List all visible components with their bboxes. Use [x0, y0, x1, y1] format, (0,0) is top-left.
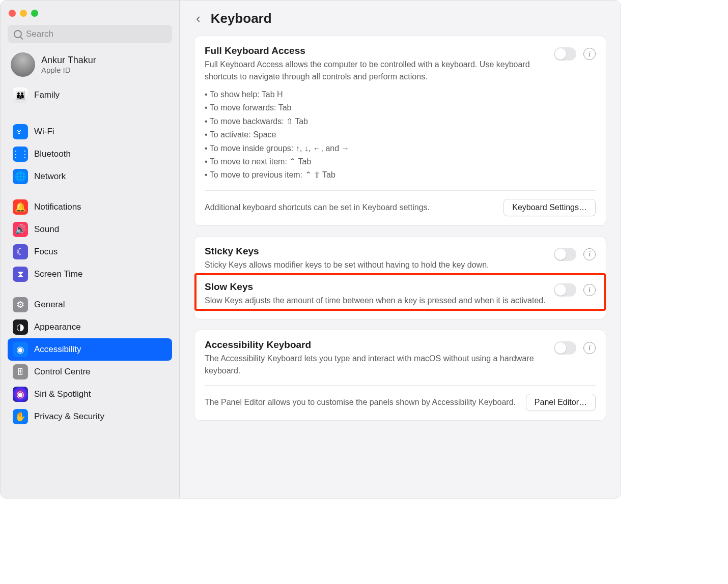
- sidebar-item-label: Focus: [34, 247, 58, 257]
- keyboard-settings-button[interactable]: Keyboard Settings…: [503, 199, 596, 216]
- full-keyboard-access-card: Full Keyboard Access Full Keyboard Acces…: [194, 36, 606, 226]
- focus-icon: ☾: [13, 244, 28, 259]
- sticky-keys-desc: Sticky Keys allows modifier keys to be s…: [205, 259, 547, 271]
- shortcut-item: To move backwards: ⇧ Tab: [205, 115, 547, 128]
- search-icon: [14, 30, 22, 38]
- network-icon: 🌐: [13, 169, 28, 184]
- sidebar-item-label: Siri & Spotlight: [34, 389, 91, 399]
- page-title: Keyboard: [211, 11, 272, 26]
- content-pane: ‹ Keyboard Full Keyboard Access Full Key…: [180, 1, 621, 498]
- minimize-window-button[interactable]: [20, 10, 27, 17]
- siri-icon: ◉: [13, 387, 28, 402]
- info-icon[interactable]: i: [583, 248, 596, 260]
- sidebar-item-label: Wi-Fi: [34, 127, 54, 137]
- wifi-icon: ᯤ: [13, 124, 28, 139]
- info-icon[interactable]: i: [583, 342, 596, 354]
- slow-keys-section: Slow Keys Slow Keys adjusts the amount o…: [195, 274, 605, 310]
- sidebar-item-screentime[interactable]: ⧗Screen Time: [8, 263, 172, 285]
- search-field[interactable]: [8, 25, 172, 43]
- sidebar-item-label: Network: [34, 171, 66, 182]
- sidebar-item-label: Bluetooth: [34, 149, 71, 159]
- shortcut-item: To move inside groups: ↑, ↓, ←, and →: [205, 142, 547, 155]
- appearance-icon: ◑: [13, 319, 28, 335]
- info-icon[interactable]: i: [583, 284, 596, 296]
- keyboard-settings-hint: Additional keyboard shortcuts can be set…: [205, 201, 496, 214]
- full-keyboard-access-shortcuts: To show help: Tab HTo move forwards: Tab…: [205, 88, 547, 182]
- sidebar-item-label: Privacy & Security: [34, 412, 104, 422]
- sidebar-item-label: Accessibility: [34, 344, 81, 355]
- info-icon[interactable]: i: [583, 48, 596, 60]
- account-sub: Apple ID: [41, 66, 96, 74]
- sidebar-item-label: Notifications: [34, 202, 81, 212]
- sidebar: Ankur Thakur Apple ID 👪 Family ᯤWi-Fi⋮⋮B…: [1, 1, 180, 498]
- general-icon: ⚙: [13, 297, 28, 312]
- avatar: [11, 52, 35, 77]
- sidebar-item-general[interactable]: ⚙General: [8, 294, 172, 316]
- sidebar-item-accessibility[interactable]: ◉Accessibility: [8, 338, 172, 361]
- shortcut-item: To move to previous item: ⌃ ⇧ Tab: [205, 168, 547, 182]
- bluetooth-icon: ⋮⋮: [13, 147, 28, 162]
- screentime-icon: ⧗: [13, 267, 28, 282]
- panel-editor-button[interactable]: Panel Editor…: [526, 394, 596, 411]
- sidebar-item-family[interactable]: 👪 Family: [8, 84, 172, 106]
- fullscreen-window-button[interactable]: [31, 10, 38, 17]
- slow-keys-title: Slow Keys: [205, 281, 547, 293]
- accessibility-icon: ◉: [13, 342, 28, 357]
- accessibility-keyboard-desc: The Accessibility Keyboard lets you type…: [205, 353, 547, 377]
- sidebar-item-controlcentre[interactable]: 🎚Control Centre: [8, 361, 172, 383]
- sidebar-item-focus[interactable]: ☾Focus: [8, 241, 172, 263]
- sound-icon: 🔊: [13, 222, 28, 237]
- apple-id-account[interactable]: Ankur Thakur Apple ID: [8, 46, 172, 81]
- content-header: ‹ Keyboard: [194, 11, 606, 36]
- panel-editor-hint: The Panel Editor allows you to customise…: [205, 396, 519, 408]
- search-input[interactable]: [26, 29, 166, 39]
- window-controls: [8, 8, 172, 22]
- slow-keys-desc: Slow Keys adjusts the amount of time bet…: [205, 295, 547, 307]
- sidebar-item-label: General: [34, 300, 65, 310]
- notifications-icon: 🔔: [13, 199, 28, 215]
- controlcentre-icon: 🎚: [13, 364, 28, 379]
- privacy-icon: ✋: [13, 409, 28, 424]
- accessibility-keyboard-card: Accessibility Keyboard The Accessibility…: [194, 330, 606, 421]
- sidebar-item-label: Control Centre: [34, 367, 91, 377]
- back-button[interactable]: ‹: [194, 11, 203, 26]
- slow-keys-toggle[interactable]: [554, 283, 576, 297]
- sticky-keys-toggle[interactable]: [554, 248, 576, 261]
- shortcut-item: To move forwards: Tab: [205, 101, 547, 114]
- keys-card: Sticky Keys Sticky Keys allows modifier …: [194, 236, 606, 319]
- sidebar-item-bluetooth[interactable]: ⋮⋮Bluetooth: [8, 143, 172, 165]
- sidebar-item-label: Screen Time: [34, 269, 82, 279]
- sidebar-item-network[interactable]: 🌐Network: [8, 165, 172, 188]
- sidebar-item-notifications[interactable]: 🔔Notifications: [8, 196, 172, 218]
- accessibility-keyboard-toggle[interactable]: [554, 341, 576, 355]
- close-window-button[interactable]: [9, 10, 16, 17]
- sidebar-item-privacy[interactable]: ✋Privacy & Security: [8, 405, 172, 428]
- settings-window: Ankur Thakur Apple ID 👪 Family ᯤWi-Fi⋮⋮B…: [0, 0, 621, 499]
- sidebar-item-label: Sound: [34, 224, 59, 235]
- sidebar-item-siri[interactable]: ◉Siri & Spotlight: [8, 383, 172, 405]
- full-keyboard-access-desc: Full Keyboard Access allows the computer…: [205, 59, 547, 83]
- accessibility-keyboard-title: Accessibility Keyboard: [205, 339, 547, 351]
- sidebar-item-sound[interactable]: 🔊Sound: [8, 218, 172, 241]
- sidebar-item-wifi[interactable]: ᯤWi-Fi: [8, 121, 172, 143]
- sidebar-item-label: Family: [34, 90, 60, 100]
- full-keyboard-access-title: Full Keyboard Access: [205, 45, 547, 56]
- family-icon: 👪: [13, 87, 28, 103]
- shortcut-item: To move to next item: ⌃ Tab: [205, 155, 547, 168]
- sidebar-item-label: Appearance: [34, 322, 81, 332]
- shortcut-item: To activate: Space: [205, 128, 547, 141]
- full-keyboard-access-toggle[interactable]: [554, 47, 576, 61]
- account-name: Ankur Thakur: [41, 55, 96, 66]
- sidebar-item-appearance[interactable]: ◑Appearance: [8, 316, 172, 338]
- shortcut-item: To show help: Tab H: [205, 88, 547, 101]
- sticky-keys-title: Sticky Keys: [205, 246, 547, 257]
